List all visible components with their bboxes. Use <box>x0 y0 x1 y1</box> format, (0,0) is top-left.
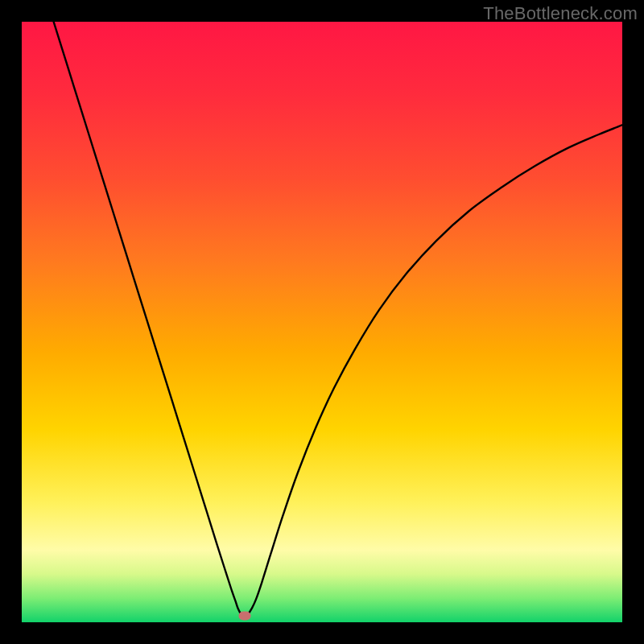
optimum-marker <box>238 611 250 620</box>
watermark-text: TheBottleneck.com <box>483 3 638 24</box>
chart-frame <box>22 22 622 622</box>
plot-area <box>22 22 622 622</box>
bottleneck-curve <box>22 22 622 622</box>
